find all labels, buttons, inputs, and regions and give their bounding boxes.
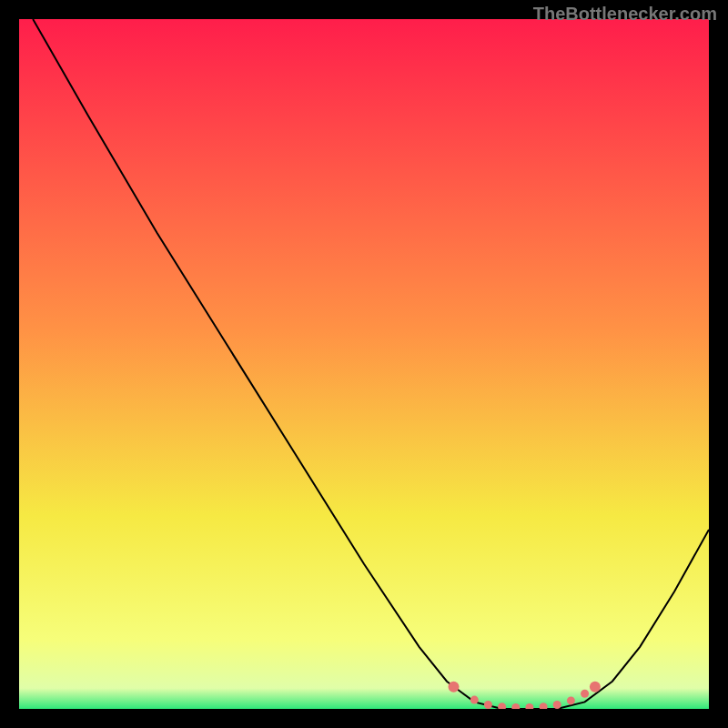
chart-background xyxy=(19,19,709,709)
marker-dot xyxy=(470,696,479,704)
bottleneck-chart xyxy=(19,19,709,709)
marker-dot xyxy=(581,690,589,698)
watermark-text: TheBottlenecker.com xyxy=(533,4,717,25)
marker-dot xyxy=(590,682,601,693)
chart-container xyxy=(19,19,709,709)
marker-dot xyxy=(449,682,460,693)
marker-dot xyxy=(484,701,492,709)
marker-dot xyxy=(553,701,561,709)
marker-dot xyxy=(567,696,575,704)
